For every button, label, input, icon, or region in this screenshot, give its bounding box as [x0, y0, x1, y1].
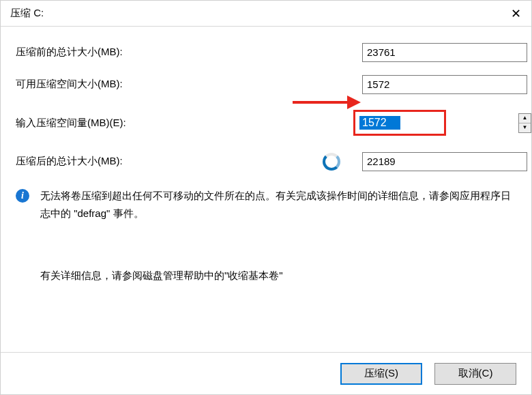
- field-total-before: [362, 43, 527, 62]
- annotation-highlight-box: [353, 110, 446, 136]
- spinner-down-button[interactable]: ▼: [519, 123, 531, 132]
- close-button[interactable]: ✕: [500, 1, 531, 26]
- row-total-before: 压缩前的总计大小(MB):: [16, 46, 516, 59]
- shrink-amount-input[interactable]: [359, 116, 400, 130]
- annotation-arrow-icon: [293, 93, 361, 112]
- label-available: 可用压缩空间大小(MB):: [16, 78, 193, 91]
- loading-spinner-icon: [323, 153, 340, 171]
- row-input-amount: 输入压缩空间量(MB)(E): ▲ ▼: [16, 110, 516, 136]
- shrink-button[interactable]: 压缩(S): [340, 363, 422, 385]
- svg-marker-1: [347, 96, 361, 109]
- label-total-before: 压缩前的总计大小(MB):: [16, 46, 193, 59]
- dialog-body: 压缩前的总计大小(MB): 可用压缩空间大小(MB): 输入压缩空间量(MB)(…: [1, 27, 531, 352]
- close-icon: ✕: [511, 6, 521, 21]
- info-text: 无法将卷压缩到超出任何不可移动的文件所在的点。有关完成该操作时间的详细信息，请参…: [40, 187, 516, 222]
- shrink-volume-dialog: 压缩 C: ✕ 压缩前的总计大小(MB): 可用压缩空间大小(MB): 输入压缩: [0, 0, 532, 395]
- spinner-up-button[interactable]: ▲: [519, 114, 531, 123]
- row-available: 可用压缩空间大小(MB):: [16, 78, 516, 91]
- dialog-title: 压缩 C:: [10, 7, 500, 20]
- label-input-amount: 输入压缩空间量(MB)(E):: [16, 117, 193, 130]
- shrink-amount-stepper[interactable]: ▲ ▼: [518, 113, 531, 133]
- cancel-button[interactable]: 取消(C): [434, 363, 516, 385]
- detail-text: 有关详细信息，请参阅磁盘管理帮助中的"收缩基本卷": [40, 269, 516, 282]
- field-total-after: [362, 152, 527, 171]
- titlebar: 压缩 C: ✕: [1, 1, 531, 27]
- row-total-after: 压缩后的总计大小(MB):: [16, 155, 516, 168]
- label-total-after: 压缩后的总计大小(MB):: [16, 155, 193, 168]
- info-block: i 无法将卷压缩到超出任何不可移动的文件所在的点。有关完成该操作时间的详细信息，…: [16, 187, 516, 222]
- info-icon: i: [16, 189, 29, 203]
- dialog-footer: 压缩(S) 取消(C): [1, 352, 531, 394]
- field-available: [362, 75, 527, 94]
